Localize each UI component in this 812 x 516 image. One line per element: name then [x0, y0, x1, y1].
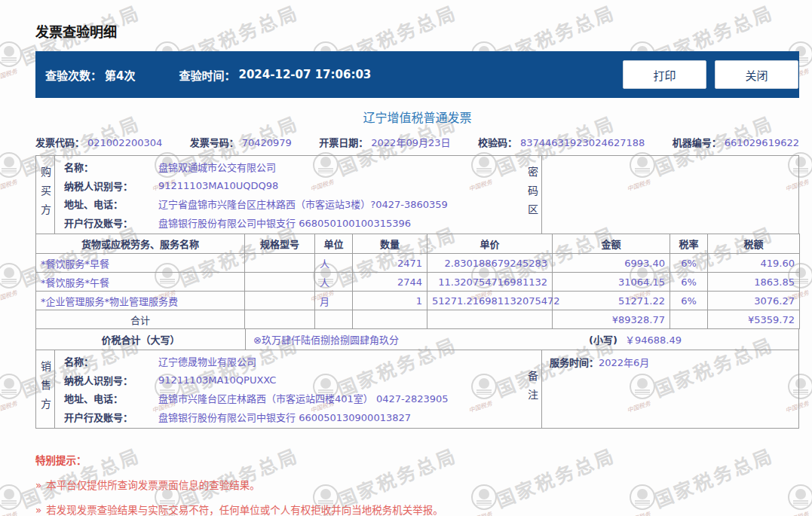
password-area — [542, 156, 798, 234]
invoice-code: 发票代码：021002200304 — [35, 135, 162, 149]
seller-side-label: 销售方 — [36, 350, 55, 428]
check-time: 查验时间：2024-12-07 17:06:03 — [179, 67, 371, 83]
item-row: *企业管理服务*物业管理服务费 月 1 51271.21698113207547… — [36, 292, 800, 310]
seller-address-phone: 地址、电话：盘锦市兴隆台区庄林路西（市客运站四楼401室） 0427-28239… — [64, 389, 523, 408]
col-tax-rate: 税率 — [670, 234, 708, 254]
seller-section: 销售方 名称：辽宁德晟物业有限公司 纳税人识别号：91211103MA10QPU… — [35, 350, 799, 429]
seller-tax-id: 纳税人识别号：91211103MA10QPUXXC — [64, 371, 523, 389]
grand-total-value: ⊗玖万肆仟陆佰捌拾捌圆肆角玖分 (小写) ￥94688.49 — [246, 329, 798, 350]
tax-bureau-emblem-icon — [0, 484, 22, 510]
items-total-row: 合计 ¥89328.77 ¥5359.72 — [36, 310, 800, 329]
items-header-row: 货物或应税劳务、服务名称 规格型号 单位 数量 单价 金额 税率 税额 — [36, 234, 800, 254]
check-count: 查验次数：第4次 — [45, 67, 135, 83]
item-row: *餐饮服务*早餐 人 2471 2.830188679245283 6993.4… — [36, 254, 800, 273]
buyer-side-label: 购买方 — [36, 156, 55, 234]
buyer-bank-account: 开户行及账号：盘锦银行股份有限公司中银支行 668050100100315396 — [64, 213, 523, 232]
buyer-name: 名称：盘锦双通城市公交有限公司 — [64, 157, 523, 176]
check-count-label: 查验次数： — [45, 67, 102, 83]
grand-total-row: 价税合计（大写） ⊗玖万肆仟陆佰捌拾捌圆肆角玖分 (小写) ￥94688.49 — [35, 328, 799, 350]
tax-bureau-emblem-icon — [0, 41, 22, 67]
items-total-tax: ¥5359.72 — [708, 310, 800, 329]
tip-line: »若发现发票查验结果与实际交易不符，任何单位或个人有权拒收并向当地税务机关举报。 — [35, 502, 799, 516]
col-price: 单价 — [427, 234, 553, 254]
amount-in-figures: (小写) ￥94688.49 — [589, 332, 682, 347]
invoice-meta-row: 发票代码：021002200304 发票号码：70420979 开票日期：202… — [35, 133, 799, 151]
seller-fields: 名称：辽宁德晟物业有限公司 纳税人识别号：91211103MA10QPUXXC … — [55, 350, 523, 428]
close-button[interactable]: 关闭 — [715, 60, 798, 89]
special-tips-title: 特别提示： — [35, 452, 799, 467]
remark-side-label: 备注 — [523, 350, 542, 428]
invoice-verification-page: 发票查验明细 查验次数：第4次 查验时间：2024-12-07 17:06:03… — [35, 0, 799, 516]
check-time-value: 2024-12-07 17:06:03 — [238, 68, 371, 81]
tax-bureau-emblem-icon — [0, 152, 22, 178]
password-area-label: 密码区 — [523, 156, 542, 234]
verification-header-bar: 查验次数：第4次 查验时间：2024-12-07 17:06:03 打印 关闭 — [35, 51, 799, 98]
service-time-value: 2022年6月 — [599, 357, 649, 368]
buyer-tax-id: 纳税人识别号：91211103MA10UQDQ98 — [64, 176, 523, 195]
buyer-section: 购买方 名称：盘锦双通城市公交有限公司 纳税人识别号：91211103MA10U… — [35, 155, 799, 234]
machine-number: 机器编号：661029619622 — [673, 135, 799, 149]
seller-bank-account: 开户行及账号：盘锦银行股份有限公司中银支行 660050130900013827 — [64, 408, 523, 426]
col-tax: 税额 — [708, 234, 800, 254]
items-table: 货物或应税劳务、服务名称 规格型号 单位 数量 单价 金额 税率 税额 *餐饮服… — [35, 234, 800, 329]
remark-area: 服务时间：2022年6月 — [542, 350, 798, 428]
tax-bureau-emblem-icon — [0, 374, 22, 399]
check-time-label: 查验时间： — [179, 67, 235, 83]
header-buttons: 打印 关闭 — [623, 60, 798, 89]
double-angle-bullet: » — [35, 479, 41, 491]
invoice-title: 辽宁增值税普通发票 — [35, 108, 799, 126]
item-row: *餐饮服务*午餐 人 2744 11.320754716981132 31064… — [36, 273, 800, 292]
items-total-amount: ¥89328.77 — [553, 310, 670, 329]
col-qty: 数量 — [353, 234, 427, 254]
buyer-address-phone: 地址、电话：辽宁省盘锦市兴隆台区庄林路西（市客运站3楼）?0427-386035… — [64, 195, 523, 214]
col-unit: 单位 — [315, 234, 353, 254]
print-button[interactable]: 打印 — [623, 60, 706, 89]
items-total-label: 合计 — [36, 310, 245, 329]
col-amount: 金额 — [553, 234, 670, 254]
amount-in-words: ⊗玖万肆仟陆佰捌拾捌圆肆角玖分 — [253, 332, 399, 347]
page-title: 发票查验明细 — [35, 21, 799, 41]
invoice-date: 开票日期：2022年09月23日 — [319, 135, 450, 149]
check-count-value: 第4次 — [105, 67, 135, 83]
col-spec: 规格型号 — [245, 234, 315, 254]
tip-line: »本平台仅提供所查询发票票面信息的查验结果。 — [35, 477, 799, 492]
double-angle-bullet: » — [35, 504, 41, 516]
tax-bureau-emblem-icon — [0, 263, 22, 289]
seller-name: 名称：辽宁德晟物业有限公司 — [64, 352, 523, 371]
service-time-label: 服务时间： — [550, 357, 599, 368]
check-code: 校验码：83744631923024627188 — [478, 135, 645, 149]
col-name: 货物或应税劳务、服务名称 — [36, 234, 245, 254]
invoice-number: 发票号码：70420979 — [190, 135, 292, 149]
buyer-fields: 名称：盘锦双通城市公交有限公司 纳税人识别号：91211103MA10UQDQ9… — [55, 156, 523, 234]
grand-total-label: 价税合计（大写） — [36, 329, 246, 350]
